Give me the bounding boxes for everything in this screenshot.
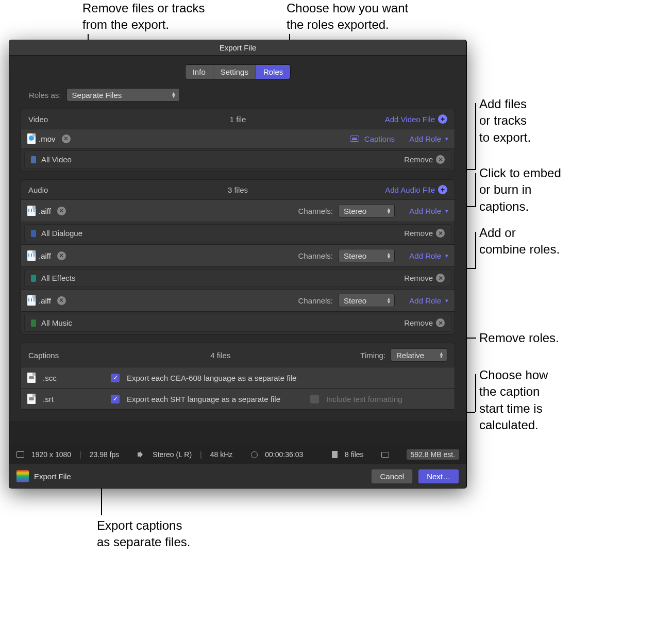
aiff-file-icon [27,206,36,216]
tab-roles[interactable]: Roles [256,65,290,79]
updown-icon: ▲▼ [387,297,391,304]
files-icon [332,451,338,458]
remove-role-button[interactable]: Remove ✕ [404,155,445,164]
callout-caption-timing: Choose how the caption start time is cal… [479,367,548,434]
include-formatting-label: Include text formatting [326,395,402,403]
status-resolution: 1920 x 1080 [31,450,71,459]
audio-file-count: 3 files [228,186,248,194]
audio-file-row: .aiff✕Channels:Stereo▲▼Add Role▾ [21,289,455,312]
tab-info[interactable]: Info [186,65,213,79]
close-icon: ✕ [436,229,445,238]
video-file-row: .mov ✕ Captions Add Role ▾ [21,129,455,148]
add-audio-file-label: Add Audio File [385,186,435,194]
channels-select[interactable]: Stereo▲▼ [338,294,395,307]
aiff-file-icon [27,250,36,261]
captions-icon [350,136,359,142]
add-role-button[interactable]: Add Role▾ [405,207,448,215]
add-role-button[interactable]: Add Role ▾ [405,134,448,143]
segmented-control: Info Settings Roles [186,65,291,79]
roles-panel: Roles as: Separate Files ▲▼ Video 1 file… [9,86,466,421]
remove-file-button[interactable]: ✕ [57,296,66,305]
channels-value: Stereo [344,296,366,305]
channels-select[interactable]: Stereo▲▼ [338,204,395,217]
captions-button[interactable]: Captions [364,134,395,143]
status-rate: 48 kHz [210,450,233,459]
export-separate-checkbox[interactable]: ✓ [111,395,120,403]
bottom-title: Export File [34,472,71,481]
role-color-swatch [31,319,36,327]
remove-file-button[interactable]: ✕ [57,251,66,260]
add-video-file-button[interactable]: Add Video File + [385,114,447,124]
captions-file-count: 4 files [210,351,230,360]
add-role-label: Add Role [409,296,441,305]
roles-as-value: Separate Files [72,91,122,99]
next-button[interactable]: Next… [418,469,459,484]
resolution-icon [16,451,24,458]
timing-label: Timing: [360,351,385,360]
remove-file-button[interactable]: ✕ [57,207,66,215]
remove-role-button[interactable]: Remove✕ [404,229,445,238]
callout-embed-captions: Click to embed or burn in captions. [479,165,561,215]
channels-value: Stereo [344,251,366,260]
audio-section-title: Audio [28,186,48,194]
remove-label: Remove [404,274,433,282]
add-role-button[interactable]: Add Role▾ [405,296,448,305]
channels-select[interactable]: Stereo▲▼ [338,249,395,262]
remove-label: Remove [404,155,433,164]
callout-add-files: Add files or tracks to export. [479,96,531,146]
chevron-down-icon: ▾ [445,136,448,142]
remove-label: Remove [404,318,433,327]
plus-icon: + [438,114,447,124]
audio-file-ext: .aiff [39,251,51,260]
status-bar: 1920 x 1080 | 23.98 fps Stereo (L R) | 4… [9,445,466,464]
cancel-button[interactable]: Cancel [371,469,413,484]
close-icon: ✕ [436,274,445,282]
chevron-down-icon: ▾ [445,297,448,304]
channels-value: Stereo [344,207,366,215]
video-file-count: 1 file [230,115,246,124]
speaker-icon [138,451,145,458]
remove-label: Remove [404,229,433,238]
aiff-file-icon [27,295,36,306]
audio-role-row: All DialogueRemove✕ [24,224,451,242]
add-role-button[interactable]: Add Role▾ [405,251,448,260]
close-icon: ✕ [436,155,445,164]
caption-export-label: Export each CEA-608 language as a separa… [127,374,296,382]
audio-role-name: All Music [41,318,72,327]
tab-settings[interactable]: Settings [213,65,256,79]
roles-as-row: Roles as: Separate Files ▲▼ [21,86,455,109]
remove-role-button[interactable]: Remove✕ [404,318,445,327]
status-duration: 00:00:36:03 [265,450,303,459]
timing-value: Relative [396,351,424,360]
clock-icon [251,451,258,458]
add-audio-file-button[interactable]: Add Audio File + [385,185,447,194]
audio-role-name: All Dialogue [41,229,82,238]
callout-remove-roles: Remove roles. [479,330,559,346]
audio-file-ext: .aiff [39,296,51,305]
callout-line [475,374,476,412]
callout-line [475,232,476,268]
app-icon [16,470,29,482]
audio-role-name: All Effects [41,274,75,282]
export-file-window: Export File Info Settings Roles Roles as… [9,40,466,488]
remove-file-button[interactable]: ✕ [62,134,71,143]
add-role-label: Add Role [409,251,441,260]
caption-file-ext: .srt [43,395,65,403]
caption-file-row: .srt✓Export each SRT language as a separ… [21,388,455,409]
audio-file-row: .aiff✕Channels:Stereo▲▼Add Role▾ [21,244,455,267]
chevron-down-icon: ▾ [445,252,448,259]
timing-select[interactable]: Relative ▲▼ [391,348,447,362]
status-audio: Stereo (L R) [153,450,192,459]
export-separate-checkbox[interactable]: ✓ [111,374,120,382]
remove-role-button[interactable]: Remove✕ [404,274,445,282]
add-role-label: Add Role [409,134,441,143]
audio-role-row: All MusicRemove✕ [24,314,451,332]
callout-remove-files: Remove files or tracks from the export. [82,0,205,33]
channels-label: Channels: [298,296,333,305]
callout-roles-exported: Choose how you want the roles exported. [287,0,408,33]
include-formatting-checkbox[interactable] [310,395,319,403]
caption-file-row: .scc✓Export each CEA-608 language as a s… [21,367,455,388]
add-role-label: Add Role [409,207,441,215]
roles-as-select[interactable]: Separate Files ▲▼ [66,88,180,102]
close-icon: ✕ [436,318,445,327]
